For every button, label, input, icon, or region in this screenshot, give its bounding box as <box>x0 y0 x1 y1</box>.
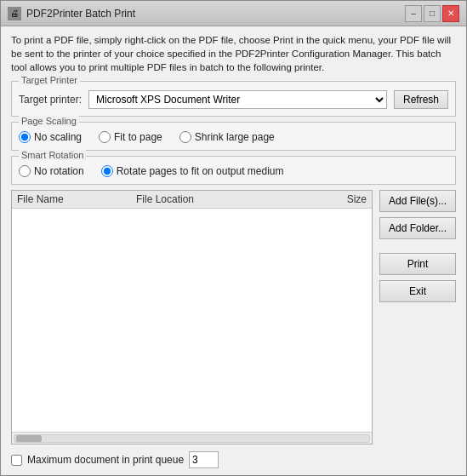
no-scaling-radio[interactable] <box>19 131 31 143</box>
file-list-header: File Name File Location Size <box>12 191 372 209</box>
maximize-button[interactable]: □ <box>424 5 441 22</box>
rotate-to-fit-radio-label: Rotate pages to fit on output medium <box>117 165 284 177</box>
shrink-large-radio-label: Shrink large page <box>195 131 275 143</box>
description-text: To print a PDF file, simply right-click … <box>11 33 456 74</box>
print-button[interactable]: Print <box>379 253 456 275</box>
max-doc-label: Maximum document in print queue <box>27 454 184 466</box>
max-doc-checkbox[interactable] <box>11 455 22 466</box>
col-filename-header: File Name <box>17 193 136 205</box>
col-size-header: Size <box>324 193 367 205</box>
page-scaling-group: No scaling Fit to page Shrink large page <box>19 131 448 143</box>
content-area: To print a PDF file, simply right-click … <box>1 26 466 475</box>
footer-row: Maximum document in print queue <box>11 451 456 468</box>
no-scaling-radio-label: No scaling <box>34 131 82 143</box>
fit-to-page-option[interactable]: Fit to page <box>99 131 162 143</box>
fit-to-page-radio[interactable] <box>99 131 111 143</box>
title-bar-left: 🖨 PDF2Printer Batch Print <box>8 7 135 20</box>
smart-rotation-label: Smart Rotation <box>19 150 86 160</box>
file-list-body <box>12 209 372 432</box>
rotate-to-fit-radio[interactable] <box>101 165 113 177</box>
scrollbar-thumb <box>16 435 42 442</box>
window-controls: – □ ✕ <box>405 5 459 22</box>
file-section: File Name File Location Size Add File(s)… <box>11 190 456 444</box>
title-bar: 🖨 PDF2Printer Batch Print – □ ✕ <box>1 1 466 26</box>
printer-select[interactable]: Microsoft XPS Document Writer <box>88 90 387 109</box>
page-scaling-section: Page Scaling No scaling Fit to page Shri… <box>11 122 456 151</box>
add-folder-button[interactable]: Add Folder... <box>379 217 456 239</box>
window-title: PDF2Printer Batch Print <box>26 8 135 20</box>
shrink-large-option[interactable]: Shrink large page <box>179 131 275 143</box>
refresh-button[interactable]: Refresh <box>394 90 448 109</box>
horizontal-scrollbar[interactable] <box>12 432 372 444</box>
printer-label: Target printer: <box>19 94 82 106</box>
target-printer-label: Target Printer <box>19 75 80 85</box>
col-location-header: File Location <box>136 193 324 205</box>
fit-to-page-radio-label: Fit to page <box>114 131 162 143</box>
page-scaling-label: Page Scaling <box>19 116 79 126</box>
no-rotation-option[interactable]: No rotation <box>19 165 84 177</box>
minimize-button[interactable]: – <box>405 5 422 22</box>
rotate-to-fit-option[interactable]: Rotate pages to fit on output medium <box>101 165 284 177</box>
smart-rotation-section: Smart Rotation No rotation Rotate pages … <box>11 156 456 185</box>
file-list-container: File Name File Location Size <box>11 190 373 444</box>
app-icon: 🖨 <box>8 7 21 20</box>
shrink-large-radio[interactable] <box>179 131 191 143</box>
no-rotation-radio[interactable] <box>19 165 31 177</box>
main-window: 🖨 PDF2Printer Batch Print – □ ✕ To print… <box>0 0 467 476</box>
max-doc-input[interactable] <box>189 451 219 468</box>
exit-button[interactable]: Exit <box>379 280 456 302</box>
scrollbar-track <box>14 434 370 443</box>
target-printer-section: Target Printer Target printer: Microsoft… <box>11 81 456 117</box>
smart-rotation-group: No rotation Rotate pages to fit on outpu… <box>19 165 448 177</box>
file-action-buttons: Add File(s)... Add Folder... Print Exit <box>379 190 456 444</box>
target-printer-row: Target printer: Microsoft XPS Document W… <box>19 90 448 109</box>
add-files-button[interactable]: Add File(s)... <box>379 190 456 212</box>
no-scaling-option[interactable]: No scaling <box>19 131 82 143</box>
close-button[interactable]: ✕ <box>442 5 459 22</box>
no-rotation-radio-label: No rotation <box>34 165 84 177</box>
